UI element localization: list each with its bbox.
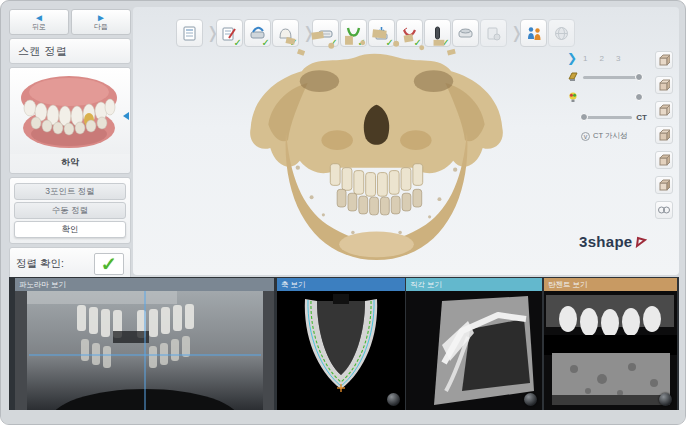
color-bulb-icon [567, 92, 579, 103]
axial-view-canvas[interactable] [277, 291, 405, 410]
ct-slider-label: CT [636, 113, 647, 122]
tangent-view-canvas[interactable] [544, 291, 677, 410]
panorama-view-panel[interactable]: 파노라마 보기 [15, 278, 274, 410]
alignment-confirm-label: 정렬 확인: [16, 257, 64, 271]
jaw-preview-panel: 하악 [9, 67, 131, 174]
page-tabs: 1 2 3 [583, 54, 620, 63]
chevron-down-icon: v [581, 132, 590, 141]
brightness-slider[interactable] [583, 76, 641, 79]
color-slider-row [567, 87, 647, 107]
view-preset-3-button[interactable] [655, 101, 673, 119]
back-button-label: 뒤로 [32, 22, 46, 32]
section-title: 스캔 정렬 [10, 39, 130, 63]
patient-icon[interactable] [520, 19, 547, 47]
alignment-confirm-checkbox[interactable]: ✓ [94, 253, 124, 275]
cheek-right [400, 130, 431, 150]
status-strip [1, 410, 685, 424]
next-arrow-icon: ► [96, 13, 106, 22]
view-preset-4-button[interactable] [655, 126, 673, 144]
manual-align-button[interactable]: 수동 정렬 [14, 202, 126, 219]
scan-align-section: 스캔 정렬 [9, 38, 131, 64]
axial-view-panel[interactable]: 축 보기 [277, 278, 405, 410]
chin-highlight [339, 232, 414, 258]
brand-logo: 3shape [579, 233, 647, 250]
teeth-preview[interactable] [10, 68, 130, 154]
wizard-nav: ◄ 뒤로 ► 다음 [9, 9, 131, 35]
axial-slice-image [277, 291, 405, 410]
back-arrow-icon: ◄ [34, 13, 44, 22]
page-tab-3[interactable]: 3 [616, 54, 620, 63]
alignment-confirm-panel: 정렬 확인: ✓ [9, 247, 131, 281]
collapse-panel-chevron-icon[interactable]: ❯ [567, 51, 577, 65]
confirm-align-button[interactable]: 확인 [14, 221, 126, 238]
cross-view-panel[interactable]: 직각 보기 [406, 278, 542, 410]
brand-logo-text: 3shape [579, 233, 633, 250]
cross-view-header: 직각 보기 [406, 278, 542, 291]
application-window: ◄ 뒤로 ► 다음 스캔 정렬 [0, 0, 686, 425]
ct-visibility-label: CT 가시성 [593, 131, 627, 141]
three-point-align-button[interactable]: 3포인트 정렬 [14, 183, 126, 200]
view-preset-6-button[interactable] [655, 176, 673, 194]
denture-illustration [10, 68, 128, 154]
page-tab-2[interactable]: 2 [600, 54, 604, 63]
panorama-view-canvas[interactable] [15, 291, 274, 410]
view-preset-1-button[interactable] [655, 51, 673, 69]
ct-visibility-toggle[interactable]: v CT 가시성 [581, 131, 647, 141]
color-slider[interactable] [583, 96, 641, 99]
brand-logo-triangle-icon [635, 236, 647, 248]
orientation-gizmo-icon[interactable] [659, 393, 672, 406]
ct-slider[interactable] [582, 116, 633, 119]
tangent-view-header: 탄젠트 보기 [544, 278, 677, 291]
panorama-view-header: 파노라마 보기 [15, 278, 274, 291]
ct-slider-row: CT [567, 107, 647, 127]
toolbar-separator: ❭ [206, 21, 214, 45]
align-buttons-panel: 3포인트 정렬 수동 정렬 확인 [9, 177, 131, 244]
page-tab-1[interactable]: 1 [583, 54, 587, 63]
panorama-xray-image [15, 291, 274, 410]
slice-view-dock: 파노라마 보기 [9, 277, 679, 411]
orientation-gizmo-icon[interactable] [524, 393, 537, 406]
next-button[interactable]: ► 다음 [71, 9, 131, 35]
axial-view-header: 축 보기 [277, 278, 405, 291]
view-preset-5-button[interactable] [655, 151, 673, 169]
sidebar: ◄ 뒤로 ► 다음 스캔 정렬 [9, 9, 131, 275]
tangent-view-panel[interactable]: 탄젠트 보기 [544, 278, 677, 410]
check-icon: ✓ [101, 255, 118, 273]
orbit-left [300, 70, 339, 92]
order-list-icon[interactable] [176, 19, 203, 47]
jaw-label: 하악 [10, 154, 130, 173]
lamp-icon [567, 72, 579, 82]
slider-knob[interactable] [635, 93, 643, 101]
slider-knob[interactable] [580, 113, 588, 121]
orbit-right [414, 70, 453, 92]
cross-view-canvas[interactable] [406, 291, 542, 410]
slider-knob[interactable] [635, 73, 643, 81]
back-button[interactable]: ◄ 뒤로 [9, 9, 69, 35]
display-controls: ❯ 1 2 3 CT v CT 가시성 [567, 49, 647, 141]
bone-fragments [286, 29, 456, 55]
next-button-label: 다음 [94, 22, 108, 32]
view-preset-column [655, 51, 675, 226]
cross-slice-image [406, 291, 542, 410]
dual-view-button[interactable] [655, 201, 673, 219]
view-preset-2-button[interactable] [655, 76, 673, 94]
orientation-gizmo-icon[interactable] [387, 393, 400, 406]
tangent-slice-image [544, 291, 677, 410]
brightness-slider-row [567, 67, 647, 87]
jaw-selection-marker-icon[interactable] [123, 112, 129, 120]
ct-volume-render[interactable] [229, 29, 524, 267]
globe-icon[interactable] [548, 19, 575, 47]
cheek-left [321, 130, 352, 150]
